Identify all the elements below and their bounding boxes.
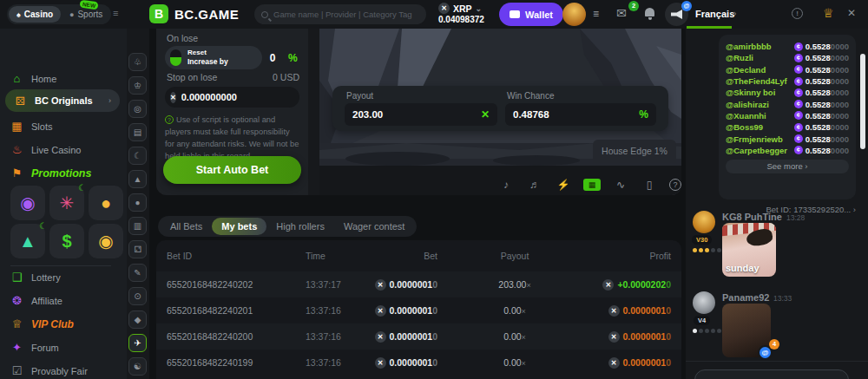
chat-username[interactable]: KG8 PuhTine bbox=[722, 212, 782, 222]
sound-icon[interactable]: ♬ bbox=[526, 179, 543, 191]
game-shortcut[interactable]: ♧ bbox=[128, 53, 147, 71]
wallet-button[interactable]: Wallet bbox=[499, 3, 563, 26]
rain-recipient[interactable]: @Skinny boi¢0.55280000 bbox=[726, 87, 849, 98]
currency-selector[interactable]: ✕ XRP ⌄ 0.04098372 bbox=[438, 3, 484, 24]
col-bet-id: Bet ID bbox=[167, 251, 306, 261]
notifications-bell-icon[interactable] bbox=[645, 8, 654, 16]
trends-icon[interactable]: ∿ bbox=[612, 179, 629, 191]
game-shortcut[interactable]: ▤ bbox=[128, 123, 147, 141]
game-shortcut[interactable]: ◆ bbox=[128, 310, 147, 329]
rain-recipient[interactable]: @Ruzli¢0.55280000 bbox=[726, 52, 849, 63]
rain-recipient[interactable]: @alishirazi¢0.55280000 bbox=[726, 98, 849, 109]
promo-tile-lucky-wheel[interactable]: ✳ ☾ bbox=[49, 186, 84, 220]
promo-tile-rocket[interactable]: ▲ ☾ bbox=[10, 224, 45, 258]
info-icon[interactable]: ! bbox=[792, 8, 803, 19]
game-shortcut[interactable]: ☾ bbox=[128, 147, 147, 165]
sidebar-item-promotions[interactable]: ⚑ Promotions bbox=[10, 167, 91, 180]
language-selector[interactable]: Français bbox=[695, 9, 734, 19]
sidebar-item-home[interactable]: ⌂ Home bbox=[10, 72, 56, 85]
on-lose-mode-toggle[interactable]: Reset Increase by bbox=[165, 46, 262, 69]
game-shortcut[interactable]: ▲ bbox=[128, 170, 147, 188]
collapse-icon[interactable]: ≡ bbox=[113, 8, 118, 18]
top-bar: ♠ Casino ● Sports NEW ≡ B BC.GAME ✕ XRP … bbox=[0, 0, 868, 29]
avatar[interactable] bbox=[693, 291, 715, 314]
bet-row[interactable]: 65520168482240202 13:37:17 ✕0.00000010 2… bbox=[156, 271, 681, 297]
avatar[interactable] bbox=[693, 211, 715, 233]
rain-recipient[interactable]: @Frmjenriewb¢0.55280000 bbox=[726, 133, 849, 144]
account-menu-icon[interactable]: ≡ bbox=[593, 8, 599, 20]
hotkeys-keyboard-icon[interactable]: ▦ bbox=[583, 179, 601, 191]
sidebar-item-affiliate[interactable]: ❂ Affiliate bbox=[10, 294, 62, 307]
chat-timestamp: 13:33 bbox=[773, 294, 792, 303]
forum-icon: ✦ bbox=[10, 341, 23, 354]
game-shortcut[interactable]: ● bbox=[128, 193, 147, 212]
game-shortcut[interactable]: ▥ bbox=[128, 217, 147, 235]
see-more-button[interactable]: See more › bbox=[726, 160, 849, 173]
sidebar-item-provably-fair[interactable]: ☑ Provably Fair bbox=[10, 364, 88, 377]
mail-icon[interactable]: ✉ bbox=[616, 6, 627, 20]
game-search[interactable] bbox=[254, 4, 426, 24]
promo-tile-piggy[interactable]: ● bbox=[89, 186, 123, 220]
rain-recipient[interactable]: @amirbbbb¢0.55280000 bbox=[726, 41, 849, 52]
promo-tile-coins[interactable]: ◉ bbox=[89, 224, 123, 258]
trophy-icon[interactable]: ♕ bbox=[823, 6, 834, 20]
game-shortcut[interactable]: ♔ bbox=[128, 76, 147, 95]
percent-icon: % bbox=[639, 108, 648, 121]
game-shortcut[interactable]: ⊙ bbox=[128, 287, 147, 305]
sidebar-item-lottery[interactable]: ❑ Lottery bbox=[10, 271, 61, 284]
bet-row[interactable]: 65520168482240201 13:37:16 ✕0.00000010 0… bbox=[156, 297, 681, 323]
casino-tab[interactable]: ♠ Casino bbox=[9, 6, 61, 23]
start-auto-bet-button[interactable]: Start Auto Bet bbox=[163, 156, 301, 184]
game-shortcut-active-rocket[interactable]: ✈ bbox=[128, 334, 147, 352]
chat-image-sunday[interactable]: sunday bbox=[722, 223, 776, 277]
rain-recipient[interactable]: @Xuannhi¢0.55280000 bbox=[726, 110, 849, 121]
sidebar-divider bbox=[10, 265, 111, 266]
bc-logo-text[interactable]: BC.GAME bbox=[174, 7, 239, 22]
tab-wager-contest[interactable]: Wager contest bbox=[334, 216, 415, 237]
sidebar-item-slots[interactable]: ▦ Slots bbox=[10, 120, 52, 133]
rain-recipient[interactable]: @TheFiend4Lyf¢0.55280000 bbox=[726, 75, 849, 87]
game-shortcut[interactable]: ⚁ bbox=[128, 240, 147, 258]
sports-tab[interactable]: ● Sports bbox=[64, 6, 108, 23]
rain-recipient[interactable]: @Boss99¢0.55280000 bbox=[726, 121, 849, 133]
payout-field[interactable] bbox=[352, 109, 481, 120]
chat-username[interactable]: Paname92 bbox=[722, 292, 769, 303]
promo-tile-spin[interactable]: ◉ bbox=[10, 186, 45, 220]
game-shortcut[interactable]: ☯ bbox=[128, 357, 147, 376]
win-chance-field[interactable] bbox=[513, 109, 639, 120]
tab-my-bets[interactable]: My bets bbox=[212, 218, 266, 235]
win-chance-input[interactable]: % bbox=[505, 103, 656, 126]
payout-input[interactable]: ✕ bbox=[345, 103, 497, 126]
rain-recipient[interactable]: @Decland¢0.55280000 bbox=[726, 64, 849, 75]
rain-recipient[interactable]: @Carpetbegger¢0.55280000 bbox=[726, 145, 849, 156]
search-input[interactable] bbox=[273, 10, 419, 19]
game-shortcut[interactable]: ◎ bbox=[128, 100, 147, 118]
tab-all-bets[interactable]: All Bets bbox=[161, 216, 212, 237]
on-lose-value[interactable]: 0 bbox=[262, 52, 283, 64]
sidebar-item-bc-originals[interactable]: ⚄ BC Originals › bbox=[5, 89, 120, 112]
user-avatar[interactable] bbox=[562, 3, 586, 26]
bet-row[interactable]: 65520168482240200 13:37:16 ✕0.00000010 0… bbox=[156, 323, 681, 350]
chevron-down-icon: ⌄ bbox=[476, 4, 483, 13]
tab-high-rollers[interactable]: High rollers bbox=[266, 216, 334, 237]
close-icon[interactable]: ✕ bbox=[847, 7, 856, 19]
stop-on-lose-field[interactable] bbox=[181, 92, 314, 102]
game-card: On lose Reset Increase by 0 % Stop on lo… bbox=[156, 29, 681, 195]
xrp-coin-icon: ✕ bbox=[608, 357, 620, 369]
music-icon[interactable]: ♪ bbox=[497, 179, 515, 191]
turbo-bolt-icon[interactable]: ⚡ bbox=[555, 179, 572, 191]
bc-logo-icon[interactable]: B bbox=[149, 4, 168, 23]
chat-scrollbar[interactable] bbox=[860, 54, 865, 149]
sidebar-item-vip-club[interactable]: ♕ VIP Club bbox=[10, 317, 74, 330]
clear-trash-icon[interactable]: ▯ bbox=[641, 179, 658, 191]
crescent-badge: ☾ bbox=[78, 183, 86, 193]
sidebar-item-live-casino[interactable]: ♨ Live Casino bbox=[10, 143, 81, 156]
game-shortcut-strip: ♧ ♔ ◎ ▤ ☾ ▲ ● ▥ ⚁ ✎ ⊙ ◆ ✈ ☯ bbox=[127, 29, 149, 379]
promo-tile-cash-tag[interactable]: $ bbox=[49, 224, 84, 258]
stop-on-lose-input[interactable]: ✕ bbox=[165, 87, 299, 108]
help-icon[interactable]: ? bbox=[669, 179, 681, 191]
chat-message-input[interactable] bbox=[694, 369, 849, 379]
game-shortcut[interactable]: ✎ bbox=[128, 264, 147, 282]
bet-row[interactable]: 65520168482240199 13:37:16 ✕0.00000010 0… bbox=[156, 350, 681, 376]
sidebar-item-forum[interactable]: ✦ Forum bbox=[10, 341, 59, 354]
